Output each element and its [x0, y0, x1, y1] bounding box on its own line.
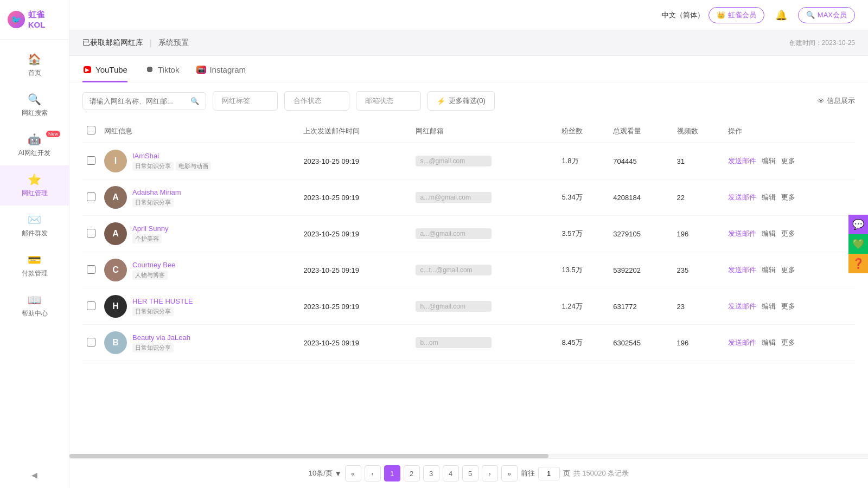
sidebar-collapse-btn[interactable]: ◀ — [23, 462, 46, 488]
h-scrollbar[interactable] — [69, 454, 868, 458]
influencer-name-3[interactable]: Courtney Bee — [132, 261, 176, 269]
col-header-actions: 操作 — [724, 119, 855, 143]
more-btn-2[interactable]: 更多 — [781, 229, 795, 239]
influencer-name-1[interactable]: Adaisha Miriam — [132, 188, 181, 196]
breadcrumb-divider: | — [150, 38, 152, 47]
page-btn-3[interactable]: 3 — [423, 465, 439, 481]
edit-btn-2[interactable]: 编辑 — [762, 229, 776, 239]
wechat-float-btn[interactable]: 💚 — [848, 234, 868, 254]
chat-float-btn[interactable]: 💬 — [848, 215, 868, 234]
avatar-3: C — [104, 259, 127, 281]
tag-filter[interactable]: 网红标签 — [213, 91, 278, 111]
more-btn-1[interactable]: 更多 — [781, 192, 795, 202]
page-last-btn[interactable]: » — [501, 465, 518, 481]
row-checkbox-5[interactable] — [87, 338, 95, 346]
sidebar-item-home[interactable]: 🏠 首页 — [0, 45, 69, 85]
row-checkbox-2[interactable] — [87, 229, 95, 237]
page-next-btn[interactable]: › — [482, 465, 498, 481]
edit-btn-1[interactable]: 编辑 — [762, 192, 776, 202]
more-btn-3[interactable]: 更多 — [781, 265, 795, 275]
influencer-name-5[interactable]: Beauty via JaLeah — [132, 333, 190, 342]
sidebar-item-email[interactable]: ✉️ 邮件群发 — [0, 206, 69, 246]
page-btn-1[interactable]: 1 — [384, 465, 400, 481]
sidebar-item-payment[interactable]: 💳 付款管理 — [0, 246, 69, 286]
email-blur-5: b...om — [416, 337, 492, 348]
search-submit-icon[interactable]: 🔍 — [190, 97, 199, 105]
goto-label: 前往 — [521, 468, 535, 478]
send-email-btn-0[interactable]: 发送邮件 — [728, 156, 756, 166]
row-checkbox-4[interactable] — [87, 301, 95, 310]
bell-icon[interactable]: 🔔 — [775, 9, 787, 21]
info-display-label: 信息展示 — [827, 96, 855, 106]
influencer-tags-3: 人物与博客 — [132, 271, 176, 280]
send-email-btn-3[interactable]: 发送邮件 — [728, 265, 756, 275]
influencer-name-2[interactable]: April Sunny — [132, 224, 168, 233]
tab-tiktok-label: Tiktok — [158, 65, 179, 74]
row-checkbox-0[interactable] — [87, 156, 95, 165]
search-filter[interactable]: 🔍 — [82, 92, 206, 110]
youtube-icon: ▶ — [82, 65, 92, 74]
filter-bar: 🔍 网红标签 合作状态 邮箱状态 ⚡ 更多筛选(0) 👁 信息展示 — [69, 82, 868, 119]
sidebar-item-help[interactable]: 📖 帮助中心 — [0, 286, 69, 326]
page-first-btn[interactable]: « — [345, 465, 361, 481]
edit-btn-4[interactable]: 编辑 — [762, 301, 776, 311]
breadcrumb-sub[interactable]: 系统预置 — [158, 38, 189, 48]
edit-btn-5[interactable]: 编辑 — [762, 338, 776, 348]
influencer-table: 网红信息 上次发送邮件时间 网红邮箱 粉丝数 总观看量 视频数 操作 I — [82, 119, 855, 361]
coop-filter[interactable]: 合作状态 — [284, 91, 349, 111]
videos-4: 23 — [673, 288, 724, 325]
lang-selector[interactable]: 中文（简体） — [662, 10, 704, 20]
influencer-info-0: IAmShai 日常知识分享电影与动画 — [132, 152, 211, 171]
last-sent-2: 2023-10-25 09:19 — [299, 216, 411, 252]
send-email-btn-1[interactable]: 发送邮件 — [728, 192, 756, 202]
email-cell-0: s...@gmail.com — [411, 143, 557, 179]
action-links-2: 发送邮件 编辑 更多 — [728, 229, 851, 239]
page-jump-input[interactable] — [538, 467, 560, 480]
influencer-name-4[interactable]: HER THE HUSTLE — [132, 297, 193, 305]
fans-0: 1.8万 — [557, 143, 609, 179]
page-prev-btn[interactable]: ‹ — [365, 465, 381, 481]
fans-4: 1.24万 — [557, 288, 609, 325]
influencer-name-0[interactable]: IAmShai — [132, 152, 211, 160]
per-page-selector[interactable]: 10条/页 ▼ — [309, 468, 342, 478]
influencer-info-5: Beauty via JaLeah 日常知识分享 — [132, 333, 190, 352]
sidebar-label-email: 邮件群发 — [22, 229, 48, 238]
page-btn-2[interactable]: 2 — [404, 465, 420, 481]
more-filter[interactable]: ⚡ 更多筛选(0) — [427, 91, 495, 111]
sidebar-item-search[interactable]: 🔍 网红搜索 — [0, 85, 69, 125]
tab-youtube[interactable]: ▶ YouTube — [82, 65, 127, 82]
views-5: 6302545 — [609, 325, 672, 361]
row-checkbox-3[interactable] — [87, 265, 95, 274]
tab-instagram[interactable]: 📷 Instagram — [196, 65, 246, 82]
help-float-btn[interactable]: ❓ — [848, 254, 868, 273]
search-input[interactable] — [90, 97, 187, 105]
last-sent-0: 2023-10-25 09:19 — [299, 143, 411, 179]
more-btn-4[interactable]: 更多 — [781, 301, 795, 311]
send-email-btn-5[interactable]: 发送邮件 — [728, 338, 756, 348]
row-checkbox-1[interactable] — [87, 192, 95, 201]
page-btn-4[interactable]: 4 — [443, 465, 459, 481]
edit-btn-0[interactable]: 编辑 — [762, 156, 776, 166]
mail-filter[interactable]: 邮箱状态 — [356, 91, 421, 111]
sidebar-item-manage[interactable]: ⭐ 网红管理 — [0, 165, 69, 206]
page-btn-5[interactable]: 5 — [462, 465, 478, 481]
h-scroll-thumb[interactable] — [69, 454, 548, 458]
avatar-1: A — [104, 186, 127, 209]
tab-tiktok[interactable]: ⏺ Tiktok — [145, 65, 179, 82]
send-email-btn-4[interactable]: 发送邮件 — [728, 301, 756, 311]
max-button[interactable]: 🔍 MAX会员 — [798, 7, 855, 23]
info-display[interactable]: 👁 信息展示 — [818, 96, 855, 106]
send-email-btn-2[interactable]: 发送邮件 — [728, 229, 756, 239]
more-btn-0[interactable]: 更多 — [781, 156, 795, 166]
sidebar-item-ai[interactable]: New 🤖 AI网红开发 — [0, 125, 69, 165]
edit-btn-3[interactable]: 编辑 — [762, 265, 776, 275]
select-all-checkbox[interactable] — [87, 126, 95, 134]
email-blur-2: a...@gmail.com — [416, 228, 492, 239]
more-btn-5[interactable]: 更多 — [781, 338, 795, 348]
page-date: 创建时间：2023-10-25 — [789, 38, 855, 48]
table-wrapper: 网红信息 上次发送邮件时间 网红邮箱 粉丝数 总观看量 视频数 操作 I — [69, 119, 868, 454]
email-cell-2: a...@gmail.com — [411, 216, 557, 252]
member-button[interactable]: 👑 虹雀会员 — [709, 7, 764, 23]
influencer-tags-0: 日常知识分享电影与动画 — [132, 162, 211, 171]
col-header-views: 总观看量 — [609, 119, 672, 143]
